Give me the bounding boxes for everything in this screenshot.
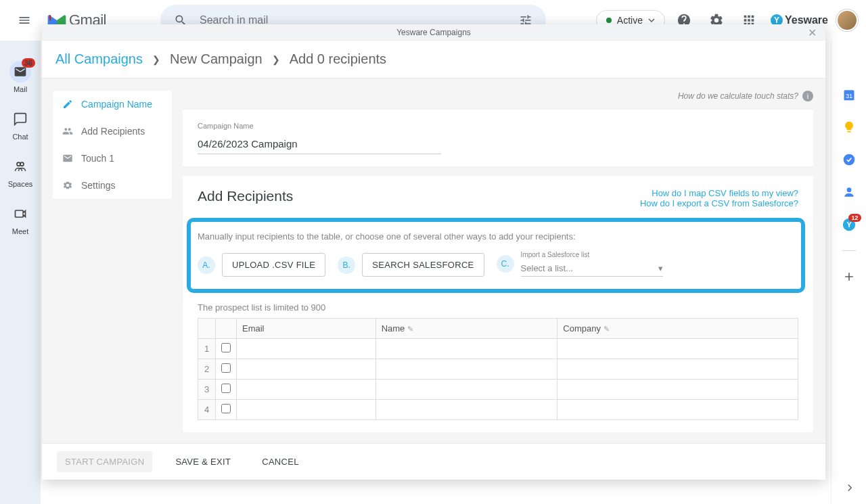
avatar[interactable] <box>836 9 858 31</box>
import-options-highlight: Manually input recipients to the table, … <box>187 218 805 293</box>
cell-name[interactable] <box>375 400 557 420</box>
modal-sidebar: Campaign Name Add Recipients Touch 1 Set… <box>42 78 177 443</box>
prospect-limit-text: The prospect list is limited to 900 <box>198 302 798 313</box>
chevron-down-icon: ▾ <box>658 263 663 273</box>
touch-stats-label: How do we calculate touch stats? <box>678 91 798 101</box>
option-b: B. SEARCH SALESFORCE <box>338 253 484 277</box>
sidebar-item-touch1[interactable]: Touch 1 <box>53 145 172 172</box>
touch-stats-help[interactable]: How do we calculate touch stats? i <box>183 91 813 101</box>
cell-email[interactable] <box>237 339 376 359</box>
breadcrumb-all-campaigns[interactable]: All Campaigns <box>55 51 143 67</box>
add-recipients-heading: Add Recipients <box>198 188 293 204</box>
row-checkbox[interactable] <box>221 384 231 393</box>
contacts-addon-icon[interactable] <box>842 185 856 199</box>
col-email[interactable]: Email <box>237 319 376 339</box>
pencil-icon: ✎ <box>603 325 610 333</box>
pencil-icon <box>62 99 73 110</box>
chevron-right-icon: ❯ <box>272 54 280 65</box>
calendar-addon-icon[interactable]: 31 <box>842 88 856 101</box>
cell-name[interactable] <box>375 359 557 380</box>
left-rail: 36 Mail Chat Spaces Meet <box>0 41 41 504</box>
col-name[interactable]: Name✎ <box>375 319 557 339</box>
modal-body: Campaign Name Add Recipients Touch 1 Set… <box>42 78 825 443</box>
yesware-addon-icon[interactable]: Y12 <box>842 218 856 231</box>
col-company[interactable]: Company✎ <box>557 319 798 339</box>
close-icon[interactable]: ✕ <box>808 26 820 39</box>
row-num: 2 <box>198 359 216 380</box>
row-num: 3 <box>198 380 216 400</box>
row-checkbox[interactable] <box>221 404 231 413</box>
sidebar-item-label: Add Recipients <box>81 126 145 137</box>
cell-email[interactable] <box>237 400 376 420</box>
chat-icon <box>14 112 27 126</box>
csv-export-link[interactable]: How do I export a CSV from Salesforce? <box>640 198 798 208</box>
campaign-name-label: Campaign Name <box>198 122 798 130</box>
cell-name[interactable] <box>375 339 557 359</box>
cell-company[interactable] <box>557 380 798 400</box>
option-c-badge: C. <box>497 255 514 273</box>
row-num: 4 <box>198 400 216 420</box>
arrow-annotation <box>177 365 183 422</box>
option-c: C. Import a Salesforce list Select a lis… <box>497 251 663 277</box>
row-checkbox[interactable] <box>221 363 231 373</box>
chevron-down-icon <box>648 17 655 24</box>
table-row: 3 <box>198 380 798 400</box>
import-list-label: Import a Salesforce list <box>521 251 663 258</box>
people-icon <box>62 126 73 137</box>
svg-point-5 <box>846 187 851 192</box>
rail-meet[interactable]: Meet <box>9 203 31 235</box>
svg-text:Y: Y <box>846 221 852 229</box>
sidebar-item-settings[interactable]: Settings <box>53 172 172 199</box>
rail-mail-label: Mail <box>14 85 27 93</box>
cell-company[interactable] <box>557 400 798 420</box>
modal-main: How do we calculate touch stats? i Campa… <box>177 78 825 443</box>
save-exit-button[interactable]: SAVE & EXIT <box>167 451 239 472</box>
search-salesforce-button[interactable]: SEARCH SALESFORCE <box>362 253 484 277</box>
cell-company[interactable] <box>557 359 798 380</box>
upload-csv-button[interactable]: UPLOAD .CSV FILE <box>222 253 325 277</box>
row-checkbox[interactable] <box>221 343 231 352</box>
svg-point-4 <box>843 154 854 166</box>
csv-map-link[interactable]: How do I map CSV fields to my view? <box>640 188 798 198</box>
modal-title-bar: Yesware Campaigns ✕ <box>42 24 825 41</box>
breadcrumb: All Campaigns ❯ New Campaign ❯ Add 0 rec… <box>42 41 825 78</box>
svg-point-1 <box>20 162 24 166</box>
breadcrumb-add-recipients: Add 0 recipients <box>290 51 386 67</box>
import-instruction: Manually input recipients to the table, … <box>198 231 794 242</box>
expand-side-panel-icon[interactable] <box>842 480 858 496</box>
campaign-name-input[interactable] <box>198 134 441 154</box>
cancel-button[interactable]: CANCEL <box>254 451 307 472</box>
yesware-addon-badge: 12 <box>848 214 861 222</box>
sidebar-item-campaign-name[interactable]: Campaign Name <box>53 91 172 118</box>
rail-spaces[interactable]: Spaces <box>8 156 33 188</box>
mail-badge: 36 <box>22 58 35 68</box>
sidebar-item-add-recipients[interactable]: Add Recipients <box>53 118 172 145</box>
start-campaign-button[interactable]: START CAMPAIGN <box>57 451 152 472</box>
row-num: 1 <box>198 339 216 359</box>
tasks-addon-icon[interactable] <box>842 153 856 166</box>
cell-company[interactable] <box>557 339 798 359</box>
option-a-badge: A. <box>198 256 215 274</box>
import-list-select[interactable]: Select a list... ▾ <box>521 260 663 277</box>
keep-addon-icon[interactable] <box>842 120 856 134</box>
meet-icon <box>14 207 27 221</box>
cell-name[interactable] <box>375 380 557 400</box>
rail-mail[interactable]: 36 Mail <box>9 61 31 93</box>
gear-icon <box>62 180 73 191</box>
touch-icon <box>62 153 73 164</box>
table-row: 4 <box>198 400 798 420</box>
option-b-badge: B. <box>338 256 355 274</box>
prospect-table: Email Name✎ Company✎ 1 2 3 4 <box>198 318 798 420</box>
breadcrumb-new-campaign: New Campaign <box>170 51 263 67</box>
add-addon-icon[interactable] <box>842 270 856 283</box>
cell-email[interactable] <box>237 380 376 400</box>
cell-email[interactable] <box>237 359 376 380</box>
sidebar-item-label: Settings <box>81 180 116 191</box>
rail-chat[interactable]: Chat <box>9 108 31 141</box>
status-dot-icon <box>606 18 612 23</box>
pencil-icon: ✎ <box>407 325 413 333</box>
table-checkbox-header <box>216 319 237 339</box>
add-recipients-panel: Add Recipients How do I map CSV fields t… <box>183 176 813 432</box>
menu-icon[interactable] <box>8 4 41 37</box>
campaign-name-panel: Campaign Name <box>183 110 813 166</box>
